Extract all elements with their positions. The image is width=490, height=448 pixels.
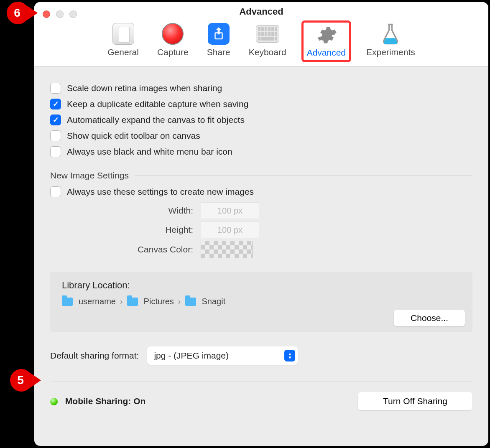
chevron-right-icon: › xyxy=(120,297,123,306)
tab-label: Keyboard xyxy=(249,47,286,57)
width-label: Width: xyxy=(50,206,201,216)
preferences-toolbar: General Capture Share Keyboard xyxy=(34,20,488,62)
folder-icon xyxy=(127,298,138,306)
tab-label: Experiments xyxy=(366,47,415,57)
titlebar: Advanced General Capture Share xyxy=(34,2,488,67)
status-dot-green-icon xyxy=(50,398,58,405)
section-title: New Image Settings xyxy=(50,171,129,181)
tab-label: General xyxy=(107,47,139,57)
tab-keyboard[interactable]: Keyboard xyxy=(245,20,290,62)
select-value: jpg - (JPEG image) xyxy=(154,351,229,361)
updown-arrows-icon: ▲▼ xyxy=(284,350,295,361)
checkbox-keep-duplicate[interactable]: ✓ xyxy=(50,99,61,109)
tab-capture[interactable]: Capture xyxy=(154,20,192,62)
path-segment: Pictures xyxy=(144,297,174,306)
mobile-sharing-status: Mobile Sharing: On xyxy=(50,396,145,406)
path-segment: username xyxy=(79,297,116,306)
library-path: username › Pictures › Snagit xyxy=(62,297,461,306)
canvas-color-swatch[interactable] xyxy=(201,241,253,258)
checkbox-scale-retina[interactable] xyxy=(50,83,61,94)
flask-icon xyxy=(379,22,402,46)
content-area: Scale down retina images when sharing ✓ … xyxy=(34,67,488,410)
tab-label: Capture xyxy=(157,47,189,57)
preferences-window: Advanced General Capture Share xyxy=(34,2,488,446)
height-input[interactable] xyxy=(201,221,259,238)
turn-off-sharing-button[interactable]: Turn Off Sharing xyxy=(358,392,472,410)
checkbox-bw-menu-icon[interactable] xyxy=(50,146,61,157)
callout-number: 6 xyxy=(14,6,20,20)
path-segment: Snagit xyxy=(202,297,226,306)
general-icon xyxy=(112,23,134,45)
checkbox-always-use-settings[interactable] xyxy=(50,186,61,197)
mobile-sharing-label: Mobile Sharing: On xyxy=(65,396,146,406)
checkbox-quick-edit[interactable] xyxy=(50,130,61,141)
checkbox-label: Automatically expand the canvas to fit o… xyxy=(67,115,245,125)
checkbox-auto-expand[interactable]: ✓ xyxy=(50,115,61,125)
checkbox-label: Keep a duplicate editable capture when s… xyxy=(67,99,248,109)
tab-advanced[interactable]: Advanced xyxy=(301,20,351,62)
canvas-color-label: Canvas Color: xyxy=(50,244,201,255)
window-title: Advanced xyxy=(34,6,488,17)
callout-number: 5 xyxy=(17,374,24,387)
checkbox-label: Show quick edit toolbar on canvas xyxy=(67,131,200,141)
gear-icon xyxy=(315,24,337,46)
chevron-right-icon: › xyxy=(178,297,181,306)
annotation-callout-5: 5 xyxy=(10,369,41,392)
checkbox-label: Always use black and white menu bar icon xyxy=(67,147,232,157)
folder-icon xyxy=(62,298,73,306)
share-icon xyxy=(208,23,230,45)
annotation-callout-6: 6 xyxy=(7,2,38,24)
height-label: Height: xyxy=(50,225,201,235)
choose-button[interactable]: Choose... xyxy=(394,310,465,326)
tab-share[interactable]: Share xyxy=(204,20,234,62)
divider xyxy=(50,382,472,382)
keyboard-icon xyxy=(256,25,279,43)
tab-experiments[interactable]: Experiments xyxy=(363,20,419,62)
tab-general[interactable]: General xyxy=(104,20,142,62)
checkbox-label: Always use these settings to create new … xyxy=(67,187,254,197)
default-sharing-format-select[interactable]: jpg - (JPEG image) ▲▼ xyxy=(147,346,298,365)
checkbox-label: Scale down retina images when sharing xyxy=(67,83,222,93)
folder-icon xyxy=(185,298,196,306)
width-input[interactable] xyxy=(201,202,259,219)
section-new-image-settings: New Image Settings xyxy=(50,171,472,181)
default-sharing-format-label: Default sharing format: xyxy=(50,351,139,361)
library-location-title: Library Location: xyxy=(62,280,461,291)
record-icon xyxy=(162,23,184,45)
library-location-box: Library Location: username › Pictures › … xyxy=(50,272,472,332)
tab-label: Share xyxy=(207,47,230,57)
tab-label: Advanced xyxy=(307,48,346,58)
